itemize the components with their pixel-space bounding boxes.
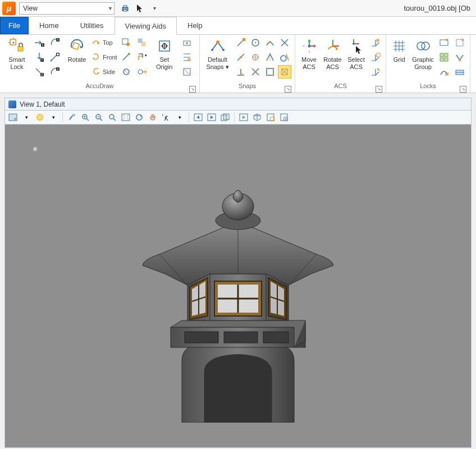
ribbon: Smart Lock X Y Z X Z Rotate Top Front Si… — [0, 35, 476, 93]
lock-angle-x-icon[interactable]: X — [48, 36, 62, 49]
svg-point-67 — [459, 59, 461, 61]
accudraw-misc2-icon[interactable] — [120, 51, 133, 64]
view-combobox-value: View — [23, 4, 38, 12]
svg-point-49 — [266, 75, 268, 76]
rotate-front-button[interactable]: Front — [92, 51, 117, 64]
graphic-group-button[interactable]: Graphic Group — [411, 36, 435, 70]
svg-point-22 — [128, 53, 130, 55]
zoom-in-icon[interactable] — [80, 112, 91, 123]
svg-point-53 — [353, 43, 355, 45]
tab-utilities[interactable]: Utilities — [70, 17, 115, 34]
snap-multi3-icon[interactable] — [278, 65, 291, 79]
fit-view-icon[interactable] — [120, 112, 131, 123]
accudraw-misc5-icon[interactable]: ▾ — [135, 51, 149, 64]
locks-extra5-icon[interactable] — [453, 51, 466, 64]
rotate-view-icon[interactable] — [134, 112, 145, 123]
display-style-icon[interactable] — [34, 112, 45, 123]
view-combobox[interactable]: View — [19, 2, 115, 15]
snap-midpoint-icon[interactable] — [234, 51, 248, 64]
svg-point-21 — [126, 43, 130, 46]
snap-multi2-icon[interactable] — [263, 65, 277, 79]
zoom-window-icon[interactable] — [107, 112, 118, 123]
accudraw-misc6-icon[interactable] — [135, 65, 149, 79]
svg-point-43 — [281, 56, 286, 61]
locks-extra3-icon[interactable] — [437, 65, 451, 79]
snap-keypoint-icon[interactable] — [234, 36, 248, 49]
lock-y-icon[interactable]: Y — [33, 51, 46, 64]
accudraw-extra3-icon[interactable] — [180, 65, 194, 79]
svg-point-35 — [211, 49, 213, 51]
print-icon[interactable] — [120, 3, 130, 13]
view-dropdown1-icon[interactable]: ▾ — [21, 112, 32, 123]
locks-extra1-icon[interactable] — [437, 36, 451, 49]
accudraw-misc4-icon[interactable] — [135, 36, 149, 49]
snaps-dialog-launcher[interactable]: ↘ — [285, 86, 291, 93]
svg-rect-63 — [445, 58, 448, 61]
view-dropdown2-icon[interactable]: ▾ — [48, 112, 59, 123]
viewport[interactable]: Y X — [4, 125, 472, 448]
accudraw-extra1-icon[interactable] — [180, 36, 194, 49]
smart-lock-button[interactable]: Smart Lock — [3, 36, 30, 70]
select-acs-button[interactable]: Select ACS — [346, 36, 367, 70]
snap-origin-icon[interactable] — [249, 51, 262, 64]
grid-lock-button[interactable]: Grid — [390, 36, 409, 63]
view-attributes-icon[interactable] — [7, 112, 19, 123]
snap-tangent-icon[interactable] — [278, 51, 291, 64]
snap-bisector-icon[interactable] — [263, 51, 277, 64]
cursor-icon[interactable] — [135, 3, 145, 13]
snap-intersection-icon[interactable] — [278, 36, 291, 49]
clip-isometric-icon[interactable] — [251, 112, 263, 123]
locks-extra4-icon[interactable] — [453, 36, 466, 49]
locks-extra2-icon[interactable] — [437, 51, 451, 64]
svg-rect-64 — [445, 72, 448, 76]
accudraw-misc3-icon[interactable] — [120, 65, 133, 79]
svg-point-57 — [422, 42, 429, 50]
lock-z-icon[interactable]: Z — [33, 65, 46, 79]
acs-extra3-icon[interactable] — [369, 65, 382, 79]
svg-rect-61 — [445, 53, 448, 57]
tab-home[interactable]: Home — [29, 17, 70, 34]
clip-mask-icon[interactable] — [265, 112, 276, 123]
view-dropdown3-icon[interactable]: ▾ — [174, 112, 185, 123]
tab-file[interactable]: File — [0, 17, 29, 34]
clip-clear-icon[interactable] — [278, 112, 290, 123]
lock-angle-z-icon[interactable]: Z — [48, 65, 62, 79]
acs-extra2-icon[interactable] — [369, 51, 382, 64]
acs-dialog-launcher[interactable]: ↘ — [376, 86, 382, 93]
svg-point-47 — [266, 68, 268, 70]
svg-point-40 — [269, 41, 271, 43]
accudraw-dialog-launcher[interactable]: ↘ — [189, 86, 196, 93]
locks-extra6-icon[interactable] — [453, 65, 466, 79]
lock-distance-icon[interactable] — [48, 51, 62, 64]
locks-dialog-launcher[interactable]: ↘ — [460, 86, 466, 93]
view-brush-icon[interactable] — [66, 112, 77, 123]
acs-extra1-icon[interactable] — [369, 36, 382, 49]
rotate-top-button[interactable]: Top — [92, 36, 117, 49]
snap-multi1-icon[interactable] — [249, 65, 262, 79]
snap-perp-icon[interactable] — [234, 65, 248, 79]
view-copy-icon[interactable] — [219, 112, 231, 123]
rotate-button[interactable]: Rotate — [64, 36, 90, 63]
clip-volume-icon[interactable] — [238, 112, 249, 123]
default-snaps-button[interactable]: Default Snaps ▾ — [203, 36, 232, 70]
snap-center-icon[interactable] — [249, 36, 262, 49]
zoom-out-icon[interactable] — [93, 112, 104, 123]
rotate-acs-button[interactable]: Rotate ACS — [322, 36, 344, 70]
rotate-side-button[interactable]: Side — [92, 65, 117, 79]
svg-rect-1 — [123, 6, 127, 7]
set-origin-button[interactable]: Set Origin — [151, 36, 178, 70]
tab-viewing-aids[interactable]: Viewing Aids — [115, 17, 177, 35]
view-prev-icon[interactable] — [193, 112, 204, 123]
view-titlebar[interactable]: View 1, Default — [4, 98, 472, 110]
svg-point-66 — [461, 39, 464, 41]
view-next-icon[interactable] — [206, 112, 217, 123]
pan-icon[interactable] — [147, 112, 158, 123]
move-acs-button[interactable]: Move ACS — [299, 36, 319, 70]
tab-help[interactable]: Help — [177, 17, 213, 34]
qat-overflow-icon[interactable]: ▾ — [149, 3, 159, 13]
snap-nearest-icon[interactable] — [263, 36, 277, 49]
accudraw-extra2-icon[interactable] — [180, 51, 194, 64]
walk-icon[interactable] — [161, 112, 172, 123]
accudraw-misc1-icon[interactable] — [120, 36, 133, 49]
lock-x-icon[interactable]: X — [33, 36, 46, 49]
